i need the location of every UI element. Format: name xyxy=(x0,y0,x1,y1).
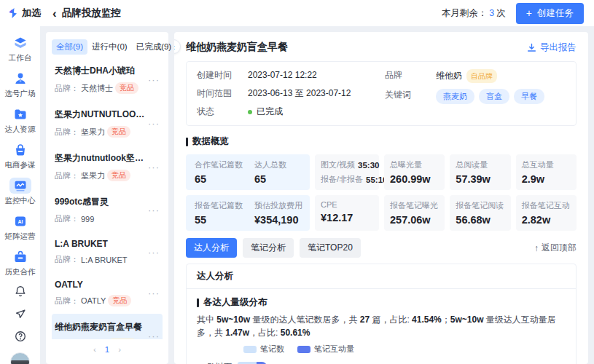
help-icon[interactable] xyxy=(14,330,27,343)
sidebar-item-label: 矩阵运营 xyxy=(5,232,36,242)
task-list-panel: 全部(9)进行中(0)已完成(9) 天然博士DHA小琥珀品牌：天然博士竞品···… xyxy=(46,32,168,364)
app-logo[interactable]: 加选 xyxy=(7,7,41,20)
task-list-item[interactable]: 坚果力NUTNUTLOOK坚果力...品牌：坚果力竞品··· xyxy=(52,101,163,145)
metric-card: 总互动量2.9w xyxy=(516,154,577,190)
analysis-tab-0[interactable]: 达人分析 xyxy=(186,238,237,258)
summary-text: 5w~10w xyxy=(216,314,250,325)
more-options-button[interactable]: ··· xyxy=(146,205,160,215)
task-item-main: 999otc感冒灵品牌：999 xyxy=(55,196,146,224)
metric-card: 报备笔记曝光257.06w xyxy=(384,195,445,231)
distribution-summary: 其中 5w~10w 量级的达人笔记数居多，共 27 篇，占比: 41.54%；5… xyxy=(197,313,566,339)
task-list-item[interactable]: 999otc感冒灵品牌：999··· xyxy=(52,189,163,232)
back-icon[interactable]: ‹ xyxy=(52,7,57,20)
task-filter-tab-0[interactable]: 全部(9) xyxy=(52,39,87,55)
task-list-item[interactable]: L:A BRUKET品牌：L:A BRUKET··· xyxy=(52,232,163,272)
back-to-top-button[interactable]: ↑ 返回顶部 xyxy=(534,242,577,254)
task-item-main: 坚果力NUTNUTLOOK坚果力...品牌：坚果力竞品 xyxy=(55,108,146,138)
chart-category-label: 5k以下 xyxy=(197,361,232,364)
brand-value: 维他奶自品牌 xyxy=(436,69,497,83)
more-options-button[interactable]: ··· xyxy=(146,162,160,173)
analysis-tab-1[interactable]: 笔记分析 xyxy=(243,238,294,258)
feedback-icon[interactable] xyxy=(14,307,27,320)
kol-resource-icon xyxy=(9,106,31,122)
workbench-icon xyxy=(9,35,31,51)
bell-icon[interactable] xyxy=(14,285,27,298)
task-info-box: 创建时间2023-07-12 12:22 时间范围2023-06-13 至 20… xyxy=(186,61,577,126)
competitor-badge: 竞品 xyxy=(107,170,130,181)
sidebar-item-kol-resource[interactable]: 达人资源 xyxy=(5,106,36,135)
sidebar-item-ecommerce-advisor[interactable]: 电商参谋 xyxy=(5,142,36,170)
section-marker xyxy=(186,138,188,146)
task-filter-tab-1[interactable]: 进行中(0) xyxy=(87,39,132,55)
logo-icon xyxy=(7,7,19,19)
pagination: ‹ 1 › xyxy=(52,339,163,357)
legend-item[interactable]: 笔记互动量 xyxy=(297,344,354,355)
metric-card: 报备笔记阅读56.68w xyxy=(450,195,510,231)
summary-text: 篇，占比: xyxy=(370,314,412,325)
topbar: 加选 ‹ 品牌投放监控 本月剩余：3次 + 创建任务 xyxy=(0,0,594,26)
metric-card: 报备笔记互动2.82w xyxy=(516,195,577,231)
more-options-button[interactable]: ··· xyxy=(146,247,160,258)
more-options-button[interactable]: ··· xyxy=(146,74,160,85)
legend-item[interactable]: 笔记数 xyxy=(243,344,284,355)
brand-prefix-label: 品牌： xyxy=(55,213,79,224)
summary-text: 其中 xyxy=(197,314,216,325)
overview-metrics-row1: 合作笔记篇数65 达人总数65 图文/视频35:30 报备/非报备55:10 总… xyxy=(186,154,577,190)
sidebar-item-user-plaza[interactable]: 选号广场 xyxy=(5,71,36,99)
task-list-item[interactable]: 坚果力nutnutlook坚果力品牌：坚果力竞品··· xyxy=(52,145,163,189)
task-filter-tab-2[interactable]: 已完成(9) xyxy=(132,39,176,55)
task-item-title: OATLY xyxy=(55,280,146,290)
prev-page-button[interactable]: ‹ xyxy=(93,345,96,354)
brand-name: 天然博士 xyxy=(81,83,113,94)
analysis-tabs: 达人分析笔记分析笔记TOP20 xyxy=(186,238,367,258)
more-options-button[interactable]: ··· xyxy=(146,331,160,340)
task-item-title: L:A BRUKET xyxy=(55,239,146,249)
legend-label: 笔记互动量 xyxy=(314,344,354,355)
created-value: 2023-07-12 12:22 xyxy=(248,69,317,82)
notes-bar-segment xyxy=(238,362,257,364)
competitor-badge: 竞品 xyxy=(108,295,131,306)
sidebar-item-label: 历史合作 xyxy=(5,267,36,277)
sidebar-item-label: 电商参谋 xyxy=(5,160,36,170)
sidebar-item-label: 选号广场 xyxy=(5,89,36,99)
brand-name: 坚果力 xyxy=(81,170,105,181)
summary-text: 50.61% xyxy=(281,328,310,338)
summary-text: 1.47w xyxy=(225,328,249,338)
task-list-items: 天然博士DHA小琥珀品牌：天然博士竞品···坚果力NUTNUTLOOK坚果力..… xyxy=(52,58,163,339)
task-list-item[interactable]: 天然博士DHA小琥珀品牌：天然博士竞品··· xyxy=(52,58,163,101)
sidebar-item-matrix-ai[interactable]: AI矩阵运营 xyxy=(5,213,36,242)
sidebar-items: 工作台选号广场达人资源电商参谋监控中心AI矩阵运营历史合作 xyxy=(5,35,36,285)
sidebar-item-workbench[interactable]: 工作台 xyxy=(9,35,32,63)
task-item-title: 999otc感冒灵 xyxy=(55,196,146,208)
task-list-item[interactable]: 维他奶燕麦奶盲盒早餐品牌：维他奶自品牌··· xyxy=(52,314,163,339)
ecommerce-advisor-icon xyxy=(9,142,31,158)
create-task-button[interactable]: + 创建任务 xyxy=(516,3,584,24)
analysis-tab-2[interactable]: 笔记TOP20 xyxy=(300,238,361,258)
more-options-button[interactable]: ··· xyxy=(146,118,160,129)
summary-text: ，占比: xyxy=(249,328,281,338)
brand-name: L:A BRUKET xyxy=(81,256,128,264)
user-avatar[interactable] xyxy=(10,352,30,364)
sidebar-item-history-coop[interactable]: 历史合作 xyxy=(5,249,36,277)
keywords-value: 燕麦奶盲盒早餐 xyxy=(436,89,549,104)
quota-count: 3 xyxy=(489,8,494,18)
metric-card: 总阅读量57.39w xyxy=(450,154,510,190)
brand-label: 品牌 xyxy=(385,69,436,82)
user-plaza-icon xyxy=(9,71,31,87)
export-report-button[interactable]: 导出报告 xyxy=(527,41,577,54)
task-item-main: 天然博士DHA小琥珀品牌：天然博士竞品 xyxy=(55,65,146,94)
task-list-item[interactable]: OATLY品牌：OATLY竞品··· xyxy=(52,272,163,314)
sidebar-item-monitor-center[interactable]: 监控中心 xyxy=(5,178,36,206)
page-number[interactable]: 1 xyxy=(105,345,109,354)
sidebar-nav: 工作台选号广场达人资源电商参谋监控中心AI矩阵运营历史合作 xyxy=(0,26,40,364)
summary-text: 27 xyxy=(360,314,370,325)
next-page-button[interactable]: › xyxy=(118,345,121,354)
status-value: 已完成 xyxy=(248,106,283,118)
collapse-panel-button[interactable]: ‹ xyxy=(174,39,181,54)
sidebar-item-label: 监控中心 xyxy=(5,196,36,206)
keywords-label: 关键词 xyxy=(385,89,436,101)
page-title: 品牌投放监控 xyxy=(62,7,121,20)
task-item-meta: 品牌：天然博士竞品 xyxy=(55,82,146,94)
section-marker xyxy=(197,298,199,307)
more-options-button[interactable]: ··· xyxy=(146,288,160,298)
